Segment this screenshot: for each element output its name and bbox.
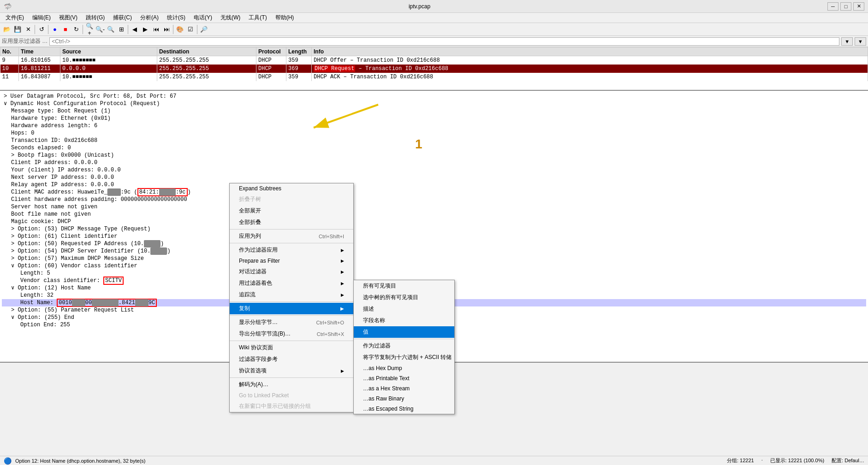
toolbar-sep2 (48, 25, 48, 34)
ctx-copy-field-name[interactable]: 字段名称 (354, 315, 454, 326)
ctx-wiki[interactable]: Wiki 协议页面 (230, 342, 353, 353)
status-displayed: 已显示: 12221 (100.0%) (770, 457, 824, 464)
toolbar-magnify[interactable]: 🔎 (199, 24, 209, 35)
detail-udp[interactable]: > User Datagram Protocol, Src Port: 68, … (2, 93, 866, 100)
toolbar-start-capture[interactable]: ● (50, 24, 60, 35)
toolbar-zoom-in[interactable]: 🔍+ (84, 24, 95, 35)
toolbar-zoom-out[interactable]: 🔍- (95, 24, 105, 35)
ctx-copy-escaped[interactable]: …as Escaped String (354, 404, 454, 414)
header-protocol: Protocol (256, 47, 286, 56)
header-destination: Destination (157, 47, 256, 56)
toolbar-sep6 (197, 25, 197, 34)
ctx-prepare-filter[interactable]: Prepare as Filter (230, 256, 353, 266)
ctx-copy-printable[interactable]: …as Printable Text (354, 373, 454, 383)
menu-view[interactable]: 视图(V) (55, 13, 81, 23)
detail-opt61[interactable]: > Option: (61) Client identifier (2, 233, 866, 240)
menu-wireless[interactable]: 无线(W) (217, 13, 244, 23)
status-segments: 分组: 12221 (727, 457, 754, 464)
ctx-show-linked: 在新窗口中显示已链接的分组 (230, 400, 353, 412)
app-icon: 🦈 (4, 3, 12, 10)
toolbar-filter-color[interactable]: 🎨 (175, 24, 185, 35)
ctx-filter-ref[interactable]: 过滤器字段参考 (230, 353, 353, 365)
toolbar-nav2[interactable]: ⏭ (161, 24, 172, 35)
toolbar-filter-toggle[interactable]: ☑ (185, 24, 196, 35)
detail-msg-type: Message type: Boot Request (1) (2, 107, 866, 115)
detail-dhcp-root[interactable]: ∨ Dynamic Host Configuration Protocol (R… (2, 100, 866, 107)
detail-opt54[interactable]: > Option: (54) DHCP Server Identifier (1… (2, 247, 866, 255)
toolbar-forward[interactable]: ▶ (140, 24, 150, 35)
menu-file[interactable]: 文件(E) (2, 13, 28, 23)
ctx-apply-filter[interactable]: 作为过滤器应用 (230, 244, 353, 256)
window-controls: ─ □ ✕ (827, 2, 864, 11)
toolbar-close[interactable]: ✕ (23, 24, 33, 35)
ctx-show-packet-bytes[interactable]: 显示分组字节… Ctrl+Shift+O (230, 317, 353, 328)
toolbar-save[interactable]: 💾 (12, 24, 23, 35)
ctx-conversation-filter[interactable]: 对话过滤器 (230, 266, 353, 277)
maximize-button[interactable]: □ (840, 2, 851, 11)
toolbar-nav1[interactable]: ⏮ (151, 24, 161, 35)
toolbar-sep3 (83, 25, 83, 34)
toolbar-open[interactable]: 📂 (2, 24, 12, 35)
ctx-copy-description[interactable]: 描述 (354, 303, 454, 315)
table-row[interactable]: 1016.8112110.0.0.0255.255.255.255DHCP369… (0, 65, 868, 73)
ctx-expand-subtrees[interactable]: Expand Subtrees (230, 183, 353, 194)
window-title: iptv.pcap (12, 3, 827, 10)
ctx-decode-as[interactable]: 解码为(A)… (230, 379, 353, 390)
ctx-expand-all[interactable]: 全部展开 (230, 205, 353, 217)
menu-capture[interactable]: 捕获(C) (109, 13, 136, 23)
toolbar-reload[interactable]: ↺ (36, 24, 47, 35)
menu-jump[interactable]: 跳转(G) (82, 13, 108, 23)
menu-phone[interactable]: 电话(Y) (190, 13, 216, 23)
ctx-copy-value[interactable]: 值 (354, 326, 454, 338)
detail-bootp-flags[interactable]: > Bootp flags: 0x0000 (Unicast) (2, 152, 866, 159)
toolbar-sep4 (128, 25, 128, 34)
menu-analyze[interactable]: 分析(A) (137, 13, 162, 23)
detail-opt50[interactable]: > Option: (50) Requested IP Address (10.… (2, 240, 866, 247)
detail-opt60[interactable]: ∨ Option: (60) Vendor class identifier (2, 262, 866, 270)
menu-help[interactable]: 帮助(H) (272, 13, 298, 23)
redacted-mac2: █████ (159, 188, 176, 196)
ctx-copy-sep1 (354, 339, 454, 339)
ctx-copy-hex-dump[interactable]: …as Hex Dump (354, 363, 454, 373)
menu-stats[interactable]: 统计(S) (163, 13, 189, 23)
ctx-copy-selected-visible[interactable]: 选中树的所有可见项目 (354, 292, 454, 303)
detail-opt57[interactable]: > Option: (57) Maximum DHCP Message Size (2, 255, 866, 262)
filter-dropdown-btn[interactable]: ▼ (841, 37, 853, 46)
table-row[interactable]: 916.81016510.■■■■■■■255.255.255.255DHCP3… (0, 56, 868, 65)
menu-edit[interactable]: 编辑(E) (29, 13, 54, 23)
detail-relay-ip: Relay agent IP address: 0.0.0.0 (2, 181, 866, 188)
status-icon: 🔵 (4, 457, 12, 465)
toolbar-zoom-normal[interactable]: 🔍 (106, 24, 116, 35)
table-row[interactable]: 1116.84308710.■■■■■■255.255.255.255DHCP3… (0, 73, 868, 81)
filter-input[interactable] (49, 37, 839, 46)
ctx-sep2 (230, 243, 353, 243)
ctx-collapse-all[interactable]: 全部折叠 (230, 217, 353, 228)
filterbar: 应用显示过滤器 … ▼ ▼ (0, 36, 868, 47)
ctx-copy-hex-ascii[interactable]: 将字节复制为十六进制 + ASCII 转储 (354, 352, 454, 363)
ctx-copy-hex-stream[interactable]: …as a Hex Stream (354, 383, 454, 394)
ctx-export-bytes[interactable]: 导出分组字节流(B)… Ctrl+Shift+X (230, 328, 353, 340)
detail-opt53[interactable]: > Option: (53) DHCP Message Type (Reques… (2, 225, 866, 233)
ctx-colorize-filter[interactable]: 用过滤器着色 (230, 277, 353, 289)
detail-server-hostname: Server host name not given (2, 203, 866, 211)
toolbar-fit[interactable]: ⊞ (116, 24, 126, 35)
menu-tools[interactable]: 工具(T) (245, 13, 270, 23)
close-button[interactable]: ✕ (853, 2, 864, 11)
ctx-copy[interactable]: 复制 ▶ (230, 303, 353, 314)
status-text: Option 12: Host Name (dhcp.option.hostna… (15, 458, 723, 464)
minimize-button[interactable]: ─ (827, 2, 838, 11)
detail-hw-addr-len: Hardware address length: 6 (2, 122, 866, 129)
ctx-copy-as-filter[interactable]: 作为过滤器 (354, 340, 454, 352)
detail-client-mac: Client MAC address: HuaweiTe_████:9c (84… (2, 188, 866, 196)
ctx-sep3 (230, 301, 353, 302)
ctx-follow-stream[interactable]: 追踪流 (230, 289, 353, 300)
toolbar-stop-capture[interactable]: ■ (60, 24, 71, 35)
ctx-copy-all-visible[interactable]: 所有可见项目 (354, 280, 454, 292)
filter-right-btn[interactable]: ▼ (855, 37, 866, 46)
toolbar-restart[interactable]: ↻ (71, 24, 81, 35)
ctx-proto-prefs[interactable]: 协议首选项 (230, 365, 353, 377)
ctx-copy-raw-binary[interactable]: …as Raw Binary (354, 394, 454, 404)
toolbar-back[interactable]: ◀ (130, 24, 140, 35)
ctx-apply-as-column[interactable]: 应用为列 Ctrl+Shift+I (230, 230, 353, 242)
detail-vendor-len: Length: 5 (2, 270, 866, 277)
